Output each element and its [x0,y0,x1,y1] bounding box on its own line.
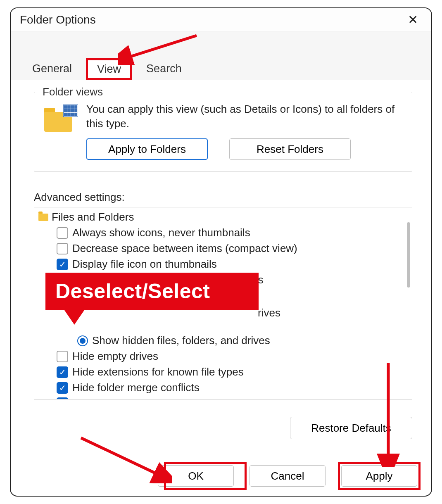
opt-always-show-icons[interactable]: Always show icons, never thumbnails [38,225,408,241]
apply-button[interactable]: Apply [341,465,417,487]
folder-views-desc: You can apply this view (such as Details… [86,102,402,131]
annotation-callout: Deselect/Select [45,273,259,310]
apply-to-folders-button[interactable]: Apply to Folders [86,138,208,160]
window-title: Folder Options [20,13,96,26]
text-fragment-drives: rives [258,307,280,319]
tab-strip: General View Search [11,31,431,80]
advanced-settings-label: Advanced settings: [34,191,412,204]
tab-search[interactable]: Search [140,58,188,80]
folder-icon [44,105,76,132]
restore-defaults-button[interactable]: Restore Defaults [290,417,412,439]
checkbox-checked-icon[interactable]: ✓ [57,382,68,394]
opt-file-icon-on-thumbnails[interactable]: ✓ Display file icon on thumbnails [38,257,408,272]
folder-views-legend: Folder views [40,86,105,98]
annotation-callout-tail [64,309,85,325]
folder-icon [38,214,48,221]
tab-general[interactable]: General [26,58,78,80]
radio-selected-icon[interactable] [77,335,88,346]
titlebar: Folder Options ✕ [11,8,431,31]
opt-hide-os-files[interactable]: ✓ Hide protected operating system files … [38,396,408,400]
folder-views-group: Folder views You can apply this view (su… [34,92,412,172]
opt-hide-merge-conflicts[interactable]: ✓ Hide folder merge conflicts [38,380,408,396]
opt-hide-empty-drives[interactable]: Hide empty drives [38,349,408,364]
folder-options-dialog: Folder Options ✕ General View Search Fol… [10,7,432,497]
close-icon[interactable]: ✕ [404,12,421,28]
checkbox-icon[interactable] [57,227,68,239]
checkbox-icon[interactable] [57,243,68,254]
opt-show-hidden-files[interactable]: Show hidden files, folders, and drives [38,333,408,349]
ok-button[interactable]: OK [158,465,234,487]
group-files-and-folders: Files and Folders [38,211,408,223]
checkbox-checked-icon[interactable]: ✓ [57,259,68,270]
checkbox-checked-icon[interactable]: ✓ [57,397,68,399]
scrollbar-thumb[interactable] [407,222,410,288]
dialog-body: Folder views You can apply this view (su… [11,80,431,439]
cancel-button[interactable]: Cancel [250,465,326,487]
reset-folders-button[interactable]: Reset Folders [229,138,351,160]
tab-view[interactable]: View [86,58,132,80]
checkbox-checked-icon[interactable]: ✓ [57,366,68,378]
dialog-footer: OK Cancel Apply [11,465,431,487]
checkbox-icon[interactable] [57,351,68,362]
opt-hide-extensions[interactable]: ✓ Hide extensions for known file types [38,364,408,380]
opt-compact-view[interactable]: Decrease space between items (compact vi… [38,241,408,257]
